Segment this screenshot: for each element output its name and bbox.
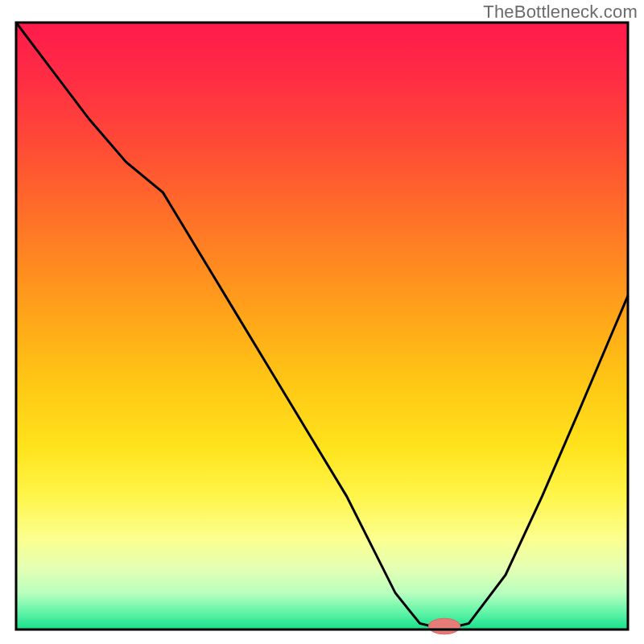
chart-container: TheBottleneck.com [0,0,644,644]
plot-background [16,23,628,630]
watermark-text: TheBottleneck.com [483,2,638,23]
bottleneck-chart [0,0,644,644]
optimal-point-marker [428,618,460,634]
